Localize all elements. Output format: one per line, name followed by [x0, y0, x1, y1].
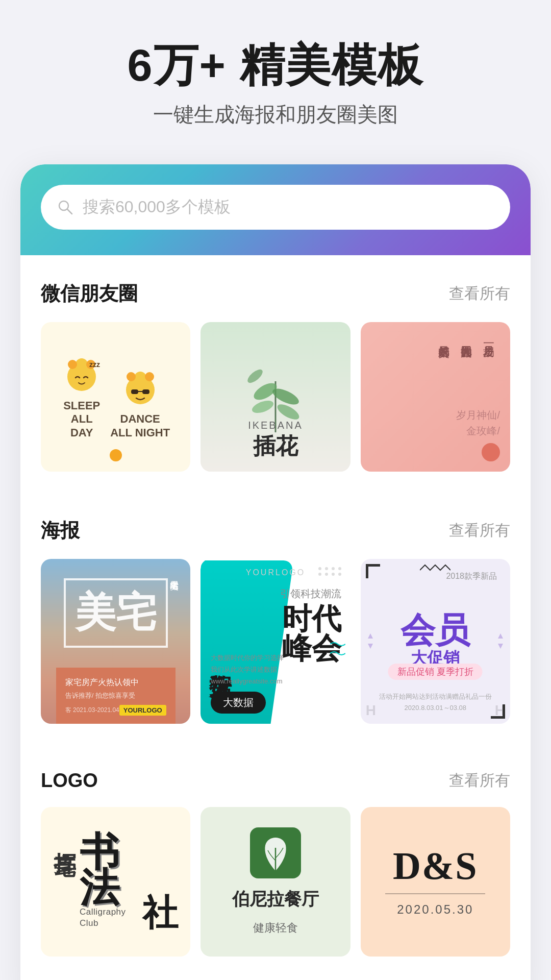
- leaf-icon-svg: [258, 832, 293, 873]
- svg-point-3: [76, 358, 88, 371]
- huiyuan-title: 会员: [400, 612, 470, 647]
- svg-marker-21: [368, 644, 373, 649]
- logo-grid: 挥毫 书法 CalligraphyClub 社: [41, 807, 510, 957]
- svg-line-1: [67, 209, 72, 214]
- wechat-card-3[interactable]: 岁月是一场奔去无回的旅行美好的都是风景 岁月神仙/ 金玫峰/: [361, 322, 510, 472]
- search-icon: [56, 198, 74, 216]
- huiyuan-promo: 新品促销 夏季打折: [388, 666, 483, 678]
- restaurant-name: 伯尼拉餐厅: [232, 888, 319, 911]
- ds-divider: [385, 893, 485, 894]
- poster-card-2[interactable]: YOURLOGO 引领科技潮流 时代峰会: [201, 559, 350, 724]
- bigdata-lead: 引领科技潮流: [280, 587, 341, 601]
- search-header: 搜索60,000多个模板: [20, 164, 531, 255]
- poster-grid: 美宅 尽美宅生活居向宅者 家宅房产火热认领中 告诉推荐/ 拍您惊喜享受 客 20…: [41, 559, 510, 724]
- ds-date: 2020.05.30: [397, 902, 473, 917]
- poster-view-all[interactable]: 查看所有: [449, 520, 510, 541]
- poster-section-header: 海报 查看所有: [41, 518, 510, 544]
- hero-title: 6万+ 精美模板: [20, 41, 531, 90]
- calligraphy-layout: 挥毫 书法 CalligraphyClub 社: [53, 835, 178, 929]
- hero-section: 6万+ 精美模板 一键生成海报和朋友圈美图: [0, 0, 551, 149]
- svg-rect-11: [131, 389, 138, 394]
- restaurant-icon: [250, 827, 301, 878]
- svg-point-10: [145, 372, 154, 381]
- wechat-card-1[interactable]: zzz SLEEPALLDAY: [41, 322, 190, 472]
- meizhai-bottom-bar: 家宅房产火热认领中 告诉推荐/ 拍您惊喜享受 客 2021.03-2021.04…: [56, 668, 176, 724]
- svg-point-17: [251, 399, 275, 416]
- poem-author1: 岁月神仙/: [456, 408, 500, 422]
- deco-h-right: H: [495, 702, 505, 719]
- zigzag-top: [420, 564, 450, 571]
- calligraphy-main-cn: 书法: [80, 835, 138, 906]
- calligraphy-cn2: 社: [142, 897, 178, 929]
- wechat-grid: zzz SLEEPALLDAY: [41, 322, 510, 472]
- deco-h-left: H: [366, 702, 376, 719]
- huiyuan-desc: 活动开始网站达到活动满赠品礼品一份 2020.8.03.01～03.08: [371, 691, 500, 714]
- promo-badge: 新品促销 夏季打折: [388, 664, 483, 680]
- svg-marker-23: [498, 644, 503, 649]
- logo-card-3[interactable]: D&S 2020.05.30: [361, 807, 510, 957]
- dance-text: DANCEALL NIGHT: [110, 412, 170, 439]
- logo-section-header: LOGO 查看所有: [41, 770, 510, 792]
- logo-view-all[interactable]: 查看所有: [449, 770, 510, 791]
- poster-card-1[interactable]: 美宅 尽美宅生活居向宅者 家宅房产火热认领中 告诉推荐/ 拍您惊喜享受 客 20…: [41, 559, 190, 724]
- deco-arrows-right: [497, 632, 504, 650]
- yourlogo-badge: YOURLOGO: [119, 705, 166, 716]
- svg-point-8: [134, 372, 146, 384]
- meizhai-title: 美宅: [75, 590, 157, 635]
- svg-text:zzz: zzz: [89, 360, 100, 369]
- poem-badge: [482, 443, 500, 461]
- logo-section: LOGO 查看所有 挥毫 书法 CalligraphyClub 社: [20, 744, 531, 967]
- restaurant-type: 健康轻食: [253, 920, 298, 936]
- poster-card-3[interactable]: 2018款季新品 会员 大促销 新品促销 夏季打折 活动开始网站达到活动满赠品礼…: [361, 559, 510, 724]
- ikebana-en-text: IKEBANA: [248, 420, 303, 431]
- dance-emoji: [120, 368, 161, 408]
- poster-section-title: 海报: [41, 518, 80, 544]
- wave-deco: [330, 641, 345, 656]
- logo-card-2[interactable]: 伯尼拉餐厅 健康轻食: [201, 807, 350, 957]
- bigdata-info: 大数据时代你的学习选择 我们从此次学讲述数据 www.reallygreatsi…: [211, 652, 340, 688]
- orange-badge: [110, 449, 122, 461]
- ikebana-text-overlay: IKEBANA 插花: [248, 420, 303, 461]
- svg-rect-12: [142, 389, 149, 394]
- meizhai-bottom-text: 家宅房产火热认领中 告诉推荐/ 拍您惊喜享受: [65, 676, 166, 702]
- svg-marker-20: [368, 633, 373, 639]
- bigdata-btn[interactable]: 大数据: [211, 692, 266, 714]
- huiyuan-main: 会员 大促销: [400, 612, 470, 670]
- bigdata-logo: YOURLOGO: [246, 568, 305, 577]
- svg-point-4: [68, 360, 77, 369]
- logo-card-1[interactable]: 挥毫 书法 CalligraphyClub 社: [41, 807, 190, 957]
- wechat-section-title: 微信朋友圈: [41, 281, 138, 307]
- wechat-section: 微信朋友圈 查看所有: [20, 255, 531, 482]
- hero-subtitle: 一键生成海报和朋友圈美图: [20, 101, 531, 129]
- bigdata-bottom: 大数据时代你的学习选择 我们从此次学讲述数据 www.reallygreatsi…: [211, 652, 340, 714]
- corner-tl: [366, 564, 380, 578]
- wechat-section-header: 微信朋友圈 查看所有: [41, 281, 510, 307]
- calligraphy-right: 书法 CalligraphyClub: [80, 835, 138, 929]
- ds-logo: D&S: [393, 846, 478, 885]
- meizhai-date: 客 2021.03-2021.04: [65, 706, 119, 715]
- bigdata-dots: [318, 567, 342, 576]
- poem-author2: 金玫峰/: [466, 424, 500, 438]
- poster-section: 海报 查看所有 美宅 尽美宅生活居向宅者 家宅房产火热认领中 告诉推荐/ 拍您惊…: [20, 492, 531, 734]
- sleep-emoji: zzz: [61, 354, 102, 395]
- huiyuan-year: 2018款季新品: [446, 571, 497, 582]
- wechat-card-2[interactable]: IKEBANA 插花: [201, 322, 350, 472]
- calligraphy-en1: CalligraphyClub: [80, 906, 126, 929]
- search-bar[interactable]: 搜索60,000多个模板: [41, 185, 510, 230]
- deco-arrows-left: [367, 632, 374, 650]
- wechat-view-all[interactable]: 查看所有: [449, 283, 510, 304]
- app-card: 搜索60,000多个模板 微信朋友圈 查看所有: [20, 164, 531, 980]
- svg-point-19: [245, 368, 265, 385]
- search-placeholder: 搜索60,000多个模板: [83, 196, 231, 218]
- logo-section-title: LOGO: [41, 770, 98, 792]
- svg-marker-22: [498, 633, 503, 639]
- svg-point-9: [127, 372, 136, 381]
- sleep-text: SLEEPALLDAY: [63, 399, 100, 439]
- ikebana-cn-text: 插花: [248, 431, 303, 461]
